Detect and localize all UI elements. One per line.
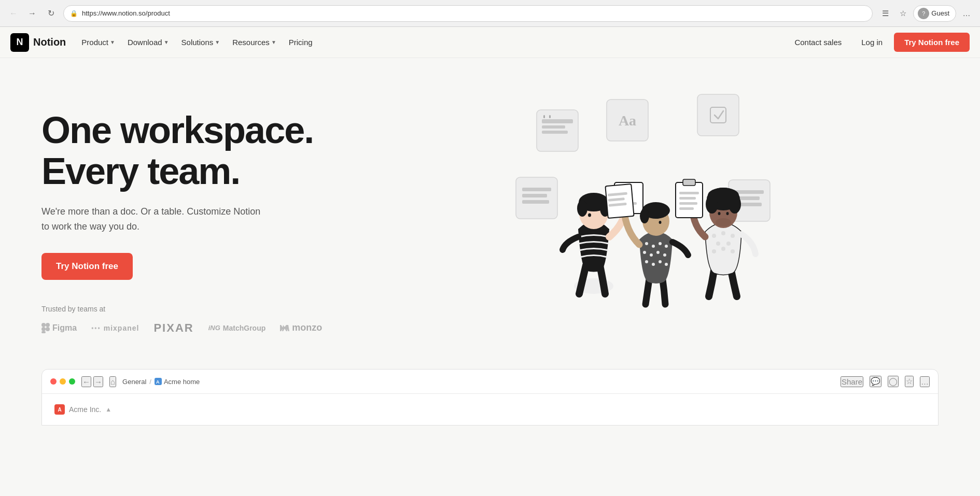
nav-download[interactable]: Download ▼ — [122, 35, 174, 50]
app-nav-arrows: ← → — [81, 376, 103, 387]
breadcrumb-general: General — [122, 378, 146, 386]
contact-sales-button[interactable]: Contact sales — [786, 34, 850, 51]
star-icon[interactable]: ☆ — [905, 376, 914, 387]
address-bar[interactable]: 🔒 https://www.notion.so/product — [63, 5, 873, 22]
svg-point-34 — [652, 245, 655, 248]
mixpanel-logo: ••• mixpanel — [91, 324, 139, 332]
matchgroup-logo: iNG MatchGroup — [208, 324, 266, 332]
svg-point-65 — [708, 188, 739, 203]
nav-actions: Contact sales Log in Try Notion free — [786, 33, 970, 52]
more-options-icon[interactable]: … — [920, 376, 930, 387]
svg-rect-73 — [679, 202, 697, 205]
pixar-label: PIXAR — [153, 321, 193, 335]
share-button[interactable]: Share — [841, 376, 863, 387]
nav-pricing-label: Pricing — [289, 38, 313, 47]
nav-resources[interactable]: Resources ▼ — [227, 35, 282, 50]
nav-product-label: Product — [81, 38, 108, 47]
nav-resources-chevron: ▼ — [271, 39, 276, 45]
matchgroup-prefix: iNG — [208, 324, 220, 332]
acme-expand-icon: ▲ — [105, 406, 111, 413]
traffic-lights — [50, 378, 75, 385]
browser-nav-buttons: ← → ↻ — [6, 6, 58, 21]
login-button[interactable]: Log in — [853, 34, 891, 51]
app-back-arrow[interactable]: ← — [81, 376, 91, 387]
svg-point-57 — [726, 242, 731, 246]
history-icon[interactable]: ◯ — [888, 376, 899, 387]
comment-icon[interactable]: 💬 — [870, 376, 881, 387]
reader-mode-button[interactable]: ☰ — [878, 6, 892, 21]
svg-point-59 — [721, 247, 725, 251]
svg-rect-8 — [542, 131, 568, 134]
hero-section: One workspace. Every team. We're more th… — [0, 58, 980, 369]
nav-product[interactable]: Product ▼ — [76, 35, 120, 50]
traffic-light-red — [50, 378, 57, 385]
svg-point-66 — [718, 212, 721, 215]
mixpanel-dots: ••• — [91, 324, 101, 332]
breadcrumb-acme-icon: A Acme home — [155, 378, 200, 386]
notion-logo-link[interactable]: N Notion — [10, 33, 66, 52]
svg-rect-20 — [735, 190, 764, 194]
svg-point-38 — [650, 253, 653, 257]
lock-icon: 🔒 — [70, 10, 78, 17]
svg-point-41 — [645, 260, 648, 263]
svg-point-68 — [716, 218, 731, 226]
nav-solutions[interactable]: Solutions ▼ — [176, 35, 226, 50]
app-home-icon[interactable]: ⌂ — [109, 376, 116, 387]
guest-label: Guest — [931, 9, 949, 17]
hero-content: One workspace. Every team. We're more th… — [41, 89, 353, 335]
hero-headline-line1: One workspace. — [41, 109, 313, 151]
nav-download-chevron: ▼ — [164, 39, 169, 45]
svg-point-56 — [716, 242, 720, 246]
guest-profile-button[interactable]: ? Guest — [913, 5, 956, 22]
hero-headline: One workspace. Every team. — [41, 110, 353, 192]
guest-avatar: ? — [918, 8, 929, 19]
svg-point-55 — [731, 234, 735, 238]
matchgroup-label: MatchGroup — [223, 324, 265, 332]
mixpanel-label: mixpanel — [104, 324, 139, 332]
breadcrumb-acme-home: Acme home — [164, 378, 200, 386]
monzo-logo: monzo — [280, 322, 322, 333]
svg-point-67 — [726, 212, 729, 215]
pixar-logo: PIXAR — [153, 321, 193, 335]
nav-pricing[interactable]: Pricing — [284, 35, 318, 50]
nav-resources-label: Resources — [232, 38, 270, 47]
svg-rect-7 — [542, 125, 565, 129]
browser-back-button[interactable]: ← — [6, 6, 21, 21]
svg-rect-10 — [549, 115, 551, 118]
hero-cta-button[interactable]: Try Notion free — [41, 253, 133, 280]
notion-navbar: N Notion Product ▼ Download ▼ Solutions … — [0, 27, 980, 58]
svg-rect-2 — [41, 327, 46, 331]
svg-point-60 — [731, 249, 735, 253]
nav-solutions-chevron: ▼ — [215, 39, 220, 45]
svg-rect-71 — [679, 192, 699, 194]
browser-chrome: ← → ↻ 🔒 https://www.notion.so/product ☰ … — [0, 0, 980, 27]
svg-point-44 — [665, 263, 668, 266]
app-titlebar: ← → ⌂ General / A Acme home Share 💬 ◯ ☆ … — [42, 370, 938, 394]
app-breadcrumb: General / A Acme home — [122, 378, 834, 386]
acme-label: Acme Inc. — [69, 405, 101, 414]
svg-point-54 — [721, 231, 725, 235]
company-logos: Figma ••• mixpanel PIXAR iNG MatchGroup … — [41, 321, 353, 335]
svg-point-53 — [712, 234, 716, 238]
acme-icon: A — [54, 404, 65, 415]
svg-text:Aa: Aa — [619, 112, 636, 129]
browser-forward-button[interactable]: → — [25, 6, 39, 21]
illustration-svg: Aa — [511, 89, 780, 338]
svg-rect-13 — [697, 94, 739, 136]
hero-subtext: We're more than a doc. Or a table. Custo… — [41, 204, 270, 234]
hero-illustration: Aa — [353, 89, 939, 348]
nav-try-free-button[interactable]: Try Notion free — [894, 33, 970, 52]
svg-point-40 — [663, 253, 666, 257]
hero-headline-line2: Every team. — [41, 150, 240, 192]
bookmark-button[interactable]: ☆ — [895, 6, 910, 21]
app-forward-arrow[interactable]: → — [93, 376, 103, 387]
browser-menu-button[interactable]: … — [959, 6, 974, 21]
browser-reload-button[interactable]: ↻ — [44, 6, 58, 21]
svg-point-26 — [577, 200, 587, 217]
nav-solutions-label: Solutions — [181, 38, 214, 47]
svg-point-43 — [659, 260, 662, 263]
svg-point-58 — [712, 249, 716, 253]
monzo-label: monzo — [292, 322, 322, 333]
svg-point-36 — [665, 245, 668, 248]
notion-logo-icon: N — [10, 33, 29, 52]
